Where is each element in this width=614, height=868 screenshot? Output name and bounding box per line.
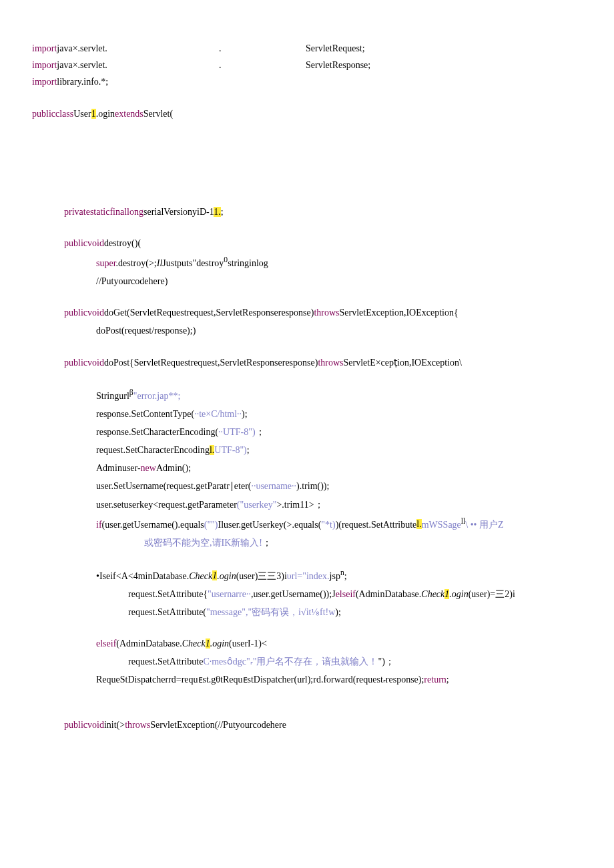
- keyword: import: [32, 77, 57, 87]
- code-line: importlibrary.info.*;: [32, 73, 582, 90]
- code-line: publicclassUser1.oginextendsServlet(: [32, 105, 582, 122]
- code-line: Stringurlβ"error.jap**;: [32, 386, 582, 404]
- code-line: request.SetAttribute{"usernarre··,user.g…: [32, 586, 582, 602]
- code-line: request.SetCharacterEncodingl.UTF-8");: [32, 442, 582, 458]
- code-line: publicvoiddestroy()(: [32, 235, 582, 252]
- code-line: request.SetAttribute("message","密码有误，i√i…: [32, 604, 582, 620]
- code-line: publicvoidinit(>throwsServletException(/…: [32, 717, 582, 733]
- code-line: response.SetContentType(··te×C/html··);: [32, 406, 582, 422]
- code-line: super.destroy(>;IlJustputs"destroy0strin…: [32, 253, 582, 272]
- keyword: import: [32, 43, 57, 53]
- code-line: user.setuserkey<request.getParameter("us…: [32, 496, 582, 513]
- code-line: importjava×.servlet. . ServletResponse;: [32, 57, 582, 73]
- code-line: publicvoiddoPost{ServletRequestrequest,S…: [32, 354, 582, 371]
- code-line: importjava×.servlet. . ServletRequest;: [32, 40, 582, 57]
- code-line: user.SetUsername(request.getParatr∣eter(…: [32, 478, 582, 494]
- code-line: RequeStDispatcherrd=requᴇst.gθtRequᴇstDi…: [32, 671, 582, 688]
- code-line: Adminuser-newAdmin();: [32, 460, 582, 476]
- highlight: 1: [206, 638, 210, 648]
- code-line: privatestaticfinallongserialVersionyiD-1…: [32, 203, 582, 220]
- code-line: doPost(request/response);): [32, 322, 582, 339]
- code-line: //Putyourcodehere): [32, 273, 582, 290]
- code-line: if(user.getUsername().equals("")Iluser.g…: [32, 514, 582, 533]
- code-line: 或密码不能为空,请IK新输入!；: [32, 534, 582, 551]
- keyword: import: [32, 60, 57, 70]
- code-line: publicvoiddoGet(ServletRequestrequest,Se…: [32, 304, 582, 321]
- code-line: •Iseif<A<4minDatabase.Check1.ogin(user)三…: [32, 566, 582, 584]
- highlight: l.: [416, 519, 421, 529]
- code-line: response.SetCharacterEncoding(··UTF-8")；: [32, 424, 582, 440]
- code-line: elseif(AdminDatabase.Check1.ogin(userI-1…: [32, 635, 582, 652]
- highlight: 1: [91, 109, 96, 119]
- code-line: request.SetAttributeC·mesȏdgc"ᵣ"用户名不存在，谙…: [32, 653, 582, 670]
- highlight: 1.: [214, 207, 221, 217]
